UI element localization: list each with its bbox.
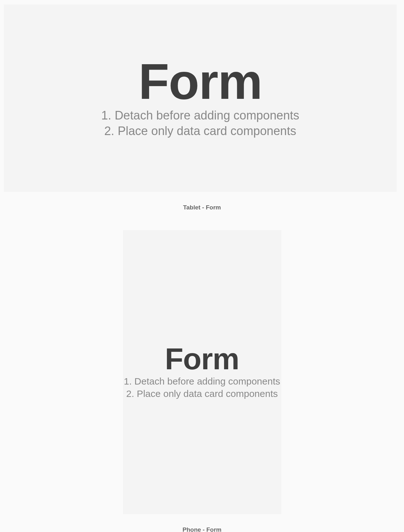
phone-inner-content: Form 1. Detach before adding components … bbox=[124, 344, 280, 400]
tablet-instruction-2: 2. Place only data card components bbox=[101, 123, 299, 139]
phone-form-title: Form bbox=[165, 344, 239, 373]
phone-instructions: 1. Detach before adding components 2. Pl… bbox=[124, 375, 280, 400]
tablet-form-title: Form bbox=[139, 58, 262, 105]
tablet-inner-content: Form 1. Detach before adding components … bbox=[101, 58, 299, 139]
tablet-instructions: 1. Detach before adding components 2. Pl… bbox=[101, 108, 299, 139]
tablet-instruction-1: 1. Detach before adding components bbox=[101, 108, 299, 123]
phone-caption: Phone - Form bbox=[182, 526, 221, 532]
phone-instruction-2: 2. Place only data card components bbox=[124, 387, 280, 400]
phone-instruction-1: 1. Detach before adding components bbox=[124, 375, 280, 387]
phone-form-frame: Form 1. Detach before adding components … bbox=[123, 230, 281, 514]
page-container: Form 1. Detach before adding components … bbox=[0, 0, 404, 532]
tablet-caption: Tablet - Form bbox=[183, 204, 221, 211]
tablet-form-frame: Form 1. Detach before adding components … bbox=[4, 4, 397, 192]
